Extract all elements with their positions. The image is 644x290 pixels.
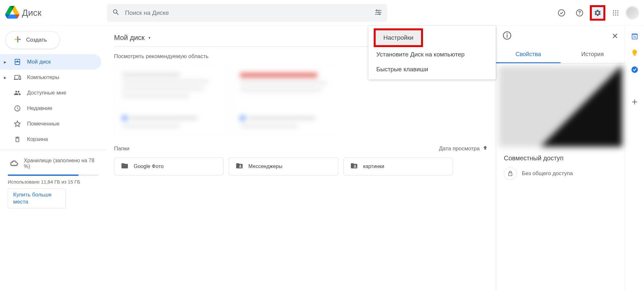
computers-icon — [14, 74, 21, 81]
svg-point-10 — [507, 33, 508, 34]
tasks-icon[interactable] — [631, 66, 639, 74]
close-icon[interactable]: ✕ — [612, 32, 618, 41]
folder-name: Мессенджеры — [248, 164, 282, 169]
main-content: Мой диск ▼ Посмотреть рекомендуемую обла… — [106, 26, 496, 290]
search-icon — [112, 8, 120, 17]
create-button[interactable]: Создать — [5, 31, 60, 49]
folder-item[interactable]: картинки — [343, 157, 453, 175]
add-rail-icon[interactable] — [631, 98, 639, 106]
folder-name: Google Фото — [134, 164, 164, 169]
svg-point-1 — [613, 10, 614, 11]
settings-menu: Настройки Установите Диск на компьютер Б… — [369, 26, 496, 79]
side-rail: 31 — [625, 26, 644, 290]
drive-logo-icon — [5, 6, 19, 20]
menu-item-settings[interactable]: Настройки — [374, 28, 423, 47]
sidebar: Создать ▶ Мой диск ▶ Компьютеры Доступны… — [0, 26, 106, 290]
apps-grid-icon[interactable] — [608, 5, 623, 21]
star-icon — [14, 120, 21, 127]
help-icon[interactable] — [572, 5, 587, 21]
details-panel: ✕ Свойства История Совместный доступ Без… — [496, 26, 625, 290]
folder-shared-icon — [350, 162, 358, 171]
storage-used-text: Использовано 11,84 ГБ из 15 ГБ — [8, 178, 99, 186]
sharing-status-row: Без общего доступа — [504, 167, 617, 180]
folder-name: картинки — [363, 164, 384, 169]
folders-section-header: Папки Дата просмотра — [114, 145, 488, 152]
recent-icon — [14, 105, 21, 112]
search-options-icon[interactable] — [374, 8, 382, 17]
calendar-icon[interactable]: 31 — [631, 32, 639, 40]
search-input[interactable] — [125, 9, 374, 16]
ready-offline-icon[interactable] — [554, 5, 569, 21]
app-name: Диск — [22, 8, 42, 18]
sidebar-item-my-drive[interactable]: ▶ Мой диск — [0, 54, 101, 70]
storage-bar — [8, 175, 99, 176]
folder-item[interactable]: Google Фото — [114, 157, 224, 175]
svg-point-8 — [615, 15, 616, 15]
svg-point-6 — [617, 12, 618, 13]
svg-point-0 — [579, 14, 580, 15]
search-bar[interactable] — [107, 4, 387, 22]
trash-icon — [14, 136, 21, 143]
folder-icon — [121, 162, 129, 171]
preview-card[interactable] — [232, 65, 345, 136]
svg-point-5 — [615, 12, 616, 13]
logo-area[interactable]: Диск — [5, 6, 102, 20]
panel-tabs: Свойства История — [496, 46, 625, 64]
preview-card[interactable] — [114, 65, 227, 136]
header-icons — [554, 5, 639, 21]
drive-icon — [14, 58, 21, 65]
sidebar-item-computers[interactable]: ▶ Компьютеры — [0, 70, 101, 85]
shared-icon — [14, 89, 21, 96]
folders-grid: Google Фото Мессенджеры картинки — [114, 157, 488, 175]
svg-point-7 — [613, 15, 614, 15]
sidebar-item-trash[interactable]: Корзина — [0, 132, 101, 147]
storage-row[interactable]: Хранилище (заполнено на 78 %) — [10, 158, 99, 169]
storage-section: Хранилище (заполнено на 78 %) Использова… — [0, 153, 106, 211]
header: Диск — [0, 0, 644, 26]
settings-gear-icon[interactable] — [590, 5, 605, 21]
menu-item-install-desktop[interactable]: Установите Диск на компьютер — [369, 47, 496, 62]
keep-icon[interactable] — [631, 49, 639, 57]
folder-item[interactable]: Мессенджеры — [229, 157, 338, 175]
folder-shared-icon — [235, 162, 243, 171]
plus-icon — [13, 35, 22, 45]
svg-point-9 — [617, 15, 618, 15]
svg-text:31: 31 — [633, 35, 636, 38]
sidebar-item-starred[interactable]: Помеченные — [0, 116, 101, 132]
cloud-icon — [10, 159, 18, 168]
sidebar-item-recent[interactable]: Недавние — [0, 101, 101, 116]
sort-control[interactable]: Дата просмотра — [439, 145, 488, 152]
panel-preview — [499, 66, 622, 147]
sharing-title: Совместный доступ — [504, 155, 617, 162]
expand-icon[interactable]: ▶ — [3, 60, 8, 64]
arrow-up-icon — [482, 145, 488, 152]
chevron-down-icon: ▼ — [148, 36, 151, 40]
avatar[interactable] — [626, 6, 639, 19]
sidebar-item-shared[interactable]: Доступные мне — [0, 85, 101, 101]
buy-storage-button[interactable]: Купить больше места — [8, 188, 66, 208]
lock-icon — [504, 167, 517, 180]
menu-item-shortcuts[interactable]: Быстрые клавиши — [369, 62, 496, 77]
svg-rect-14 — [634, 55, 636, 56]
svg-point-3 — [617, 10, 618, 11]
tab-history[interactable]: История — [561, 46, 625, 63]
tab-properties[interactable]: Свойства — [496, 46, 561, 63]
svg-point-4 — [613, 12, 614, 13]
svg-point-2 — [615, 10, 616, 11]
info-icon[interactable] — [503, 31, 512, 41]
expand-icon[interactable]: ▶ — [3, 76, 8, 79]
